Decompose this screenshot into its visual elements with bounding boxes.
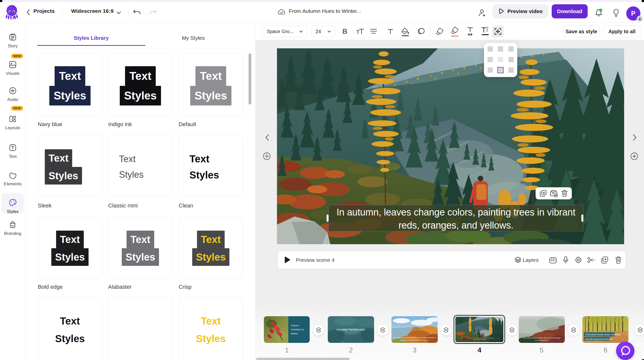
svg-text:In autumn, leaves change color: In autumn, leaves change colors, paintin… (467, 337, 494, 339)
svg-text:Let's marvel at how photosynth: Let's marvel at how photosynthesis slows… (393, 337, 436, 338)
svg-text:beautiful pigments beneath.: beautiful pigments beneath. (585, 338, 613, 340)
svg-text:Incredible Transformation: Incredible Transformation (337, 328, 365, 331)
svg-text:Transition to: Transition to (291, 328, 304, 331)
svg-text:reds, oranges, and yellows.: reds, oranges, and yellows. (474, 339, 486, 340)
svg-text:Autumn: Autumn (291, 324, 299, 327)
svg-text:This amazing change happens du: This amazing change happens due to chemi… (523, 337, 560, 339)
svg-text:landscapes, leaving this beaut: landscapes, leaving this beautiful trans… (400, 339, 429, 341)
svg-text:Winter: Winter (291, 332, 298, 335)
svg-text:in the temperatures.: in the temperatures. (535, 340, 548, 341)
svg-text:Chlorophyll breaks down, revea: Chlorophyll breaks down, revealing (585, 333, 620, 336)
